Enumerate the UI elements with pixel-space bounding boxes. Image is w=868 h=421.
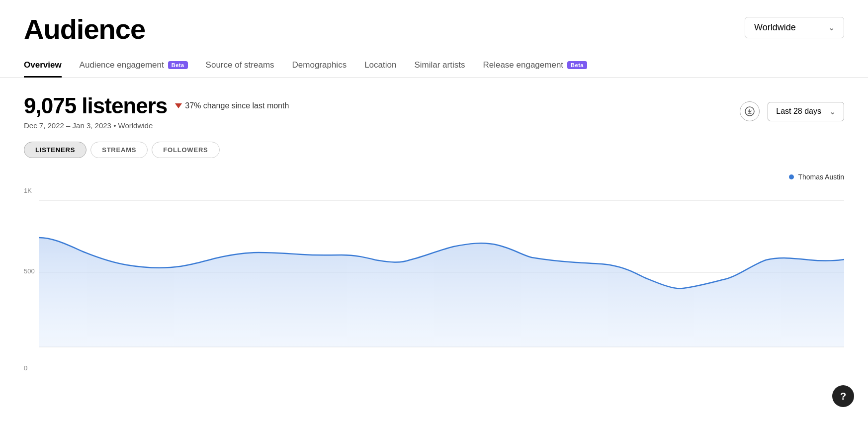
page-header: Audience Worldwide ⌄	[0, 0, 868, 45]
stats-left: 9,075 listeners 37% change since last mo…	[24, 93, 289, 130]
toggle-listeners[interactable]: LISTENERS	[24, 142, 87, 158]
period-label: Last 28 days	[776, 107, 821, 116]
down-arrow-icon	[175, 103, 182, 108]
date-range-dropdown[interactable]: Last 28 days ⌄	[768, 102, 844, 121]
date-range: Dec 7, 2022 – Jan 3, 2023 • Worldwide	[24, 121, 289, 130]
beta-badge-release: Beta	[567, 61, 587, 69]
stats-row: 9,075 listeners 37% change since last mo…	[24, 93, 844, 130]
beta-badge-engagement: Beta	[168, 61, 188, 69]
tab-audience-engagement[interactable]: Audience engagement Beta	[80, 54, 188, 78]
toggle-row: LISTENERS STREAMS FOLLOWERS	[24, 142, 844, 158]
chart-container: Thomas Austin 1K 500 0	[24, 173, 844, 372]
download-button[interactable]	[740, 101, 760, 121]
toggle-streams[interactable]: STREAMS	[90, 142, 148, 158]
tab-location[interactable]: Location	[364, 54, 396, 78]
legend-label: Thomas Austin	[798, 173, 844, 181]
nav-tabs: Overview Audience engagement Beta Source…	[0, 54, 868, 78]
tab-release-engagement[interactable]: Release engagement Beta	[483, 54, 587, 78]
chart-legend: Thomas Austin	[789, 173, 844, 181]
tab-demographics[interactable]: Demographics	[292, 54, 347, 78]
change-text: 37% change since last month	[185, 101, 289, 110]
toggle-followers[interactable]: FOLLOWERS	[152, 142, 219, 158]
question-mark-icon: ?	[840, 391, 846, 402]
listener-stats: 9,075 listeners 37% change since last mo…	[24, 93, 289, 118]
help-button[interactable]: ?	[832, 385, 854, 407]
chevron-down-icon: ⌄	[828, 23, 835, 32]
worldwide-label: Worldwide	[754, 22, 796, 33]
download-icon	[745, 106, 755, 116]
audience-chart	[39, 173, 844, 352]
listener-count: 9,075 listeners	[24, 93, 167, 118]
tab-overview[interactable]: Overview	[24, 54, 62, 78]
worldwide-dropdown[interactable]: Worldwide ⌄	[745, 17, 844, 38]
main-content: 9,075 listeners 37% change since last mo…	[0, 78, 868, 372]
y-label-500: 500	[24, 267, 35, 275]
change-indicator: 37% change since last month	[175, 101, 289, 110]
legend-dot	[789, 174, 794, 179]
y-label-1k: 1K	[24, 187, 32, 194]
page-title: Audience	[24, 14, 145, 45]
chevron-down-icon: ⌄	[829, 107, 836, 116]
tab-source-of-streams[interactable]: Source of streams	[206, 54, 274, 78]
stats-right: Last 28 days ⌄	[740, 101, 844, 121]
tab-similar-artists[interactable]: Similar artists	[414, 54, 465, 78]
y-label-0: 0	[24, 364, 27, 372]
